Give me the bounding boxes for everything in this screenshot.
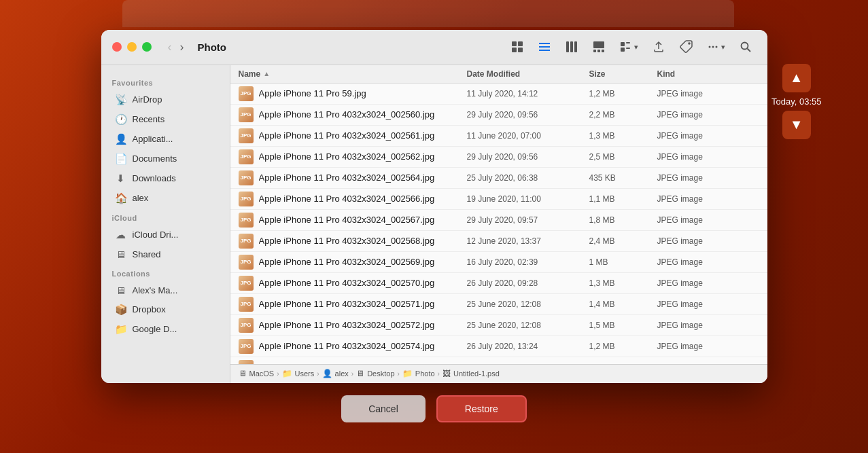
table-row[interactable]: JPG Apple iPhone 11 Pro 4032x3024_002567… xyxy=(230,210,767,231)
time-up-arrow[interactable]: ▲ xyxy=(782,64,811,92)
back-button[interactable]: ‹ xyxy=(165,39,175,56)
window-controls xyxy=(112,42,152,52)
svg-point-20 xyxy=(712,46,714,48)
breadcrumb-separator: › xyxy=(351,370,353,378)
svg-point-22 xyxy=(741,43,748,50)
sidebar-item-documents[interactable]: 📄Documents xyxy=(104,149,227,168)
file-size: 1,8 MB xyxy=(589,215,657,225)
breadcrumb-item[interactable]: 🖥MacOS xyxy=(239,369,275,378)
svg-rect-3 xyxy=(518,48,523,52)
file-kind: JPEG image xyxy=(657,321,759,330)
file-date: 29 July 2020, 09:57 xyxy=(467,215,589,225)
table-row[interactable]: JPG Apple iPhone 11 Pro 4032x3024_002572… xyxy=(230,315,767,336)
sidebar-item-alex[interactable]: 🏠alex xyxy=(104,189,227,208)
content-area: Favourites📡AirDrop🕐Recents👤Applicati...📄… xyxy=(101,65,767,383)
svg-point-18 xyxy=(689,43,690,44)
tag-button[interactable] xyxy=(675,37,697,56)
list-view-button[interactable] xyxy=(534,37,555,56)
breadcrumb-separator: › xyxy=(277,370,279,378)
sidebar-item-label: Shared xyxy=(133,249,216,259)
forward-button[interactable]: › xyxy=(177,39,187,56)
restore-button[interactable]: Restore xyxy=(436,395,527,422)
file-name-cell: JPG Apple iPhone 11 Pro 4032x3024_002564… xyxy=(239,170,467,185)
file-date: 29 July 2020, 09:56 xyxy=(467,110,589,120)
table-row[interactable]: JPG Apple iPhone 11 Pro 4032x3024_002569… xyxy=(230,252,767,273)
gallery-view-button[interactable] xyxy=(588,37,610,56)
sidebar-item-recents[interactable]: 🕐Recents xyxy=(104,110,227,129)
file-list-scroll[interactable]: JPG Apple iPhone 11 Pro 59.jpg 11 July 2… xyxy=(230,84,767,364)
toolbar-right: ▾ ▾ xyxy=(506,37,757,56)
sidebar-icon: ☁ xyxy=(115,229,127,241)
maximize-button[interactable] xyxy=(142,42,152,52)
title-bar: ‹ › Photo ▾ xyxy=(101,30,767,65)
file-size: 1,3 MB xyxy=(589,278,657,288)
group-button[interactable]: ▾ xyxy=(615,37,642,56)
svg-rect-17 xyxy=(626,48,630,49)
breadcrumb-item[interactable]: 🖥Desktop xyxy=(356,369,394,378)
breadcrumb-item[interactable]: 📁Users xyxy=(282,369,315,378)
file-name-cell: JPG Apple iPhone 11 Pro 4032x3024_002572… xyxy=(239,318,467,333)
file-thumbnail: JPG xyxy=(239,107,254,122)
file-size: 1,3 MB xyxy=(589,131,657,141)
file-name-text: Apple iPhone 11 Pro 4032x3024_002574.jpg xyxy=(259,341,435,351)
sidebar-item-googled[interactable]: 📁Google D... xyxy=(104,320,227,339)
breadcrumb-label: Photo xyxy=(415,369,435,378)
icon-view-button[interactable] xyxy=(506,37,528,56)
svg-rect-1 xyxy=(518,41,523,46)
table-row[interactable]: JPG Apple iPhone 11 Pro 4032x3024_002560… xyxy=(230,105,767,126)
file-kind: JPEG image xyxy=(657,131,759,141)
sidebar-item-alexsma[interactable]: 🖥Alex's Ma... xyxy=(104,281,227,300)
sidebar-icon: 👤 xyxy=(115,133,127,145)
table-row[interactable]: JPG Apple iPhone 11 Pro 4032x3024_002564… xyxy=(230,168,767,189)
file-thumbnail: JPG xyxy=(239,149,254,164)
table-row[interactable]: JPG Apple iPhone 11 Pro 4032x3024_002574… xyxy=(230,336,767,357)
breadcrumb-item[interactable]: 🖼Untitled-1.psd xyxy=(442,369,500,378)
finder-window: ‹ › Photo ▾ xyxy=(101,30,767,383)
search-button[interactable] xyxy=(735,37,757,56)
column-view-button[interactable] xyxy=(561,37,583,56)
sidebar-item-label: AirDrop xyxy=(133,94,216,105)
file-date: 19 June 2020, 11:00 xyxy=(467,194,589,204)
sidebar-item-label: Dropbox xyxy=(133,304,216,314)
table-row[interactable]: JPG Apple iPhone 11 Pro 4032x3024_002562… xyxy=(230,147,767,168)
sidebar-item-dropbox[interactable]: 📦Dropbox xyxy=(104,300,227,319)
table-row[interactable]: JPG Apple iPhone 11 Pro 4032x3024_002571… xyxy=(230,294,767,315)
sidebar-item-label: iCloud Dri... xyxy=(133,230,216,240)
file-name-text: Apple iPhone 11 Pro 4032x3024_002564.jpg xyxy=(259,173,435,183)
sidebar-item-shared[interactable]: 🖥Shared xyxy=(104,245,227,264)
sidebar-icon: 🏠 xyxy=(115,192,127,204)
sidebar-item-iclouddri[interactable]: ☁iCloud Dri... xyxy=(104,225,227,244)
sidebar-item-downloads[interactable]: ⬇Downloads xyxy=(104,169,227,188)
svg-rect-10 xyxy=(593,41,604,48)
file-date: 26 July 2020, 09:28 xyxy=(467,278,589,288)
breadcrumb-item[interactable]: 👤alex xyxy=(322,369,349,378)
file-name-text: Apple iPhone 11 Pro 4032x3024_002569.jpg xyxy=(259,257,435,267)
file-name-text: Apple iPhone 11 Pro 4032x3024_002566.jpg xyxy=(259,194,435,204)
file-list-header: Name ▲ Date Modified Size Kind xyxy=(230,65,767,84)
table-row[interactable]: JPG Apple iPhone 11 Pro 4032x3024_002561… xyxy=(230,126,767,147)
breadcrumb-label: alex xyxy=(335,369,349,378)
minimize-button[interactable] xyxy=(127,42,137,52)
cancel-button[interactable]: Cancel xyxy=(341,395,426,422)
svg-rect-0 xyxy=(512,41,517,46)
sidebar-item-airdrop[interactable]: 📡AirDrop xyxy=(104,90,227,109)
sidebar-item-applicati[interactable]: 👤Applicati... xyxy=(104,130,227,149)
svg-rect-11 xyxy=(593,50,596,52)
table-row[interactable]: JPG Apple iPhone 11 Pro 4032x3024_002575… xyxy=(230,357,767,364)
breadcrumb-icon: 📁 xyxy=(402,369,413,378)
col-kind-header: Kind xyxy=(657,69,759,79)
col-date-header: Date Modified xyxy=(467,69,589,79)
table-row[interactable]: JPG Apple iPhone 11 Pro 4032x3024_002568… xyxy=(230,231,767,252)
more-button[interactable]: ▾ xyxy=(702,37,729,56)
share-button[interactable] xyxy=(648,37,670,56)
col-size-header: Size xyxy=(589,69,657,79)
table-row[interactable]: JPG Apple iPhone 11 Pro 4032x3024_002566… xyxy=(230,189,767,210)
file-thumbnail: JPG xyxy=(239,255,254,270)
table-row[interactable]: JPG Apple iPhone 11 Pro 59.jpg 11 July 2… xyxy=(230,84,767,105)
table-row[interactable]: JPG Apple iPhone 11 Pro 4032x3024_002570… xyxy=(230,273,767,294)
time-down-arrow[interactable]: ▼ xyxy=(782,111,811,139)
close-button[interactable] xyxy=(112,42,122,52)
sidebar-icon: 📁 xyxy=(115,323,127,336)
file-name-text: Apple iPhone 11 Pro 59.jpg xyxy=(259,88,366,98)
breadcrumb-item[interactable]: 📁Photo xyxy=(402,369,435,378)
